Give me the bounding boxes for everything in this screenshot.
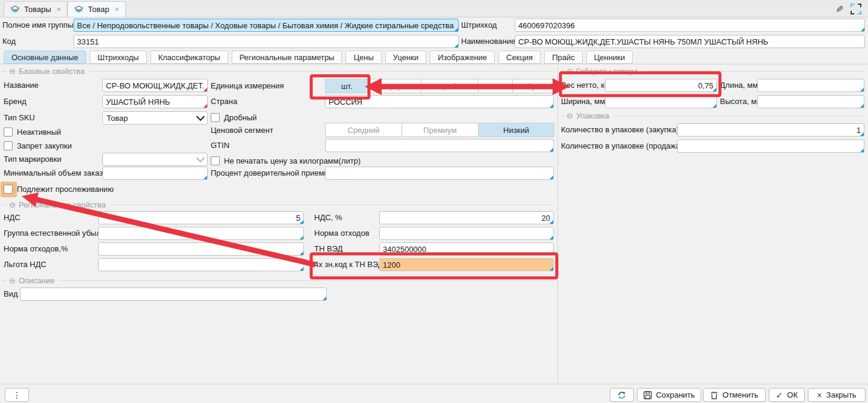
gtin-input[interactable] — [325, 139, 554, 152]
unit-option-kg[interactable]: кг — [478, 79, 513, 93]
collapse-icon[interactable]: ⊖ — [9, 200, 16, 209]
purchase-ban-checkbox-row[interactable]: Запрет закупки — [4, 140, 72, 151]
group-packaging: ⊖ Упаковка — [560, 111, 864, 120]
no-kg-price-checkbox[interactable] — [211, 156, 220, 165]
inactive-label: Неактивный — [17, 128, 61, 137]
trust-percent-input[interactable] — [325, 167, 554, 180]
waste-pct-field — [98, 242, 304, 256]
sku-type-dropdown[interactable]: Товар — [102, 111, 208, 125]
code-input[interactable] — [73, 35, 459, 48]
more-menu-button[interactable]: ⋮ — [5, 388, 29, 402]
gtin-label: GTIN — [211, 139, 229, 152]
ok-button[interactable]: ✓ ОК — [769, 388, 805, 402]
traceable-checkbox-row[interactable]: Подлежит прослеживанию — [4, 183, 114, 194]
waste-pct-input[interactable] — [98, 242, 304, 256]
field-grip-icon — [860, 104, 864, 108]
price-segment-label: Ценовой сегмент — [211, 124, 273, 137]
length-input[interactable] — [757, 79, 864, 92]
collapse-icon[interactable]: ⊖ — [9, 67, 16, 76]
traceable-checkbox[interactable] — [4, 185, 13, 194]
close-button[interactable]: × Закрыть — [808, 388, 866, 402]
height-input[interactable] — [757, 95, 864, 108]
width-input[interactable] — [605, 95, 717, 108]
marking-type-label: Тип маркировки — [4, 153, 61, 166]
tab-pricelist[interactable]: Прайс — [544, 51, 583, 64]
height-label: Высота, мм — [720, 95, 762, 108]
close-tab-icon[interactable]: × — [114, 5, 119, 14]
shrinkage-input[interactable] — [98, 227, 304, 240]
inactive-checkbox[interactable] — [4, 128, 13, 137]
doc-tab-product[interactable]: Товар × — [67, 1, 126, 17]
tab-prices[interactable]: Цены — [346, 51, 381, 64]
field-grip-icon — [454, 28, 458, 31]
qty-sale-input[interactable] — [677, 140, 864, 153]
full-group-name-input[interactable] — [73, 19, 459, 32]
barcode-label: Штрихкод — [461, 19, 497, 32]
qty-purchase-input[interactable] — [677, 123, 864, 137]
fractional-checkbox-row[interactable]: Дробный — [211, 112, 257, 123]
segment-option-premium[interactable]: Премиум — [401, 123, 479, 137]
length-field — [757, 79, 864, 92]
edit-pencil-icon[interactable]: ✎ — [834, 3, 846, 15]
code-label: Код — [2, 35, 16, 48]
net-weight-input[interactable] — [605, 79, 717, 92]
fullscreen-icon[interactable] — [850, 3, 862, 15]
product-name-label: Название — [4, 79, 39, 92]
tnved4-input[interactable] — [379, 258, 554, 271]
field-grip-icon — [203, 104, 207, 108]
unit-option-pcs[interactable]: шт. — [325, 79, 368, 93]
unit-option-bottle[interactable]: бут — [512, 79, 554, 93]
fractional-checkbox[interactable] — [211, 113, 220, 122]
collapse-icon[interactable]: ⊖ — [9, 276, 16, 285]
tnved-input[interactable] — [379, 242, 554, 256]
vat-pct-input[interactable] — [379, 211, 554, 224]
product-name-input[interactable] — [102, 79, 208, 92]
cancel-button[interactable]: Отменить — [703, 388, 766, 402]
chevron-down-icon — [196, 112, 205, 121]
group-description: ⊖ Описание — [2, 275, 554, 285]
tab-markdowns[interactable]: Уценки — [385, 51, 426, 64]
field-grip-icon — [550, 220, 553, 224]
tab-pricetags[interactable]: Ценники — [586, 51, 633, 64]
refresh-icon — [617, 390, 627, 400]
collapse-icon[interactable]: ⊖ — [566, 67, 573, 76]
purchase-ban-checkbox[interactable] — [4, 141, 13, 150]
kind-input[interactable] — [20, 288, 327, 301]
barcode-input[interactable] — [515, 19, 865, 32]
tab-section[interactable]: Секция — [498, 51, 541, 64]
save-button-label: Сохранить — [656, 390, 695, 399]
inactive-checkbox-row[interactable]: Неактивный — [4, 126, 61, 137]
field-grip-icon — [550, 251, 553, 255]
vat-pct-field — [379, 211, 554, 224]
brand-input[interactable] — [102, 95, 208, 108]
field-grip-icon — [861, 28, 864, 31]
marking-type-dropdown[interactable] — [102, 153, 208, 166]
full-group-name-label: Полное имя группы — [2, 19, 73, 32]
cancel-button-label: Отменить — [722, 390, 758, 399]
min-order-input[interactable] — [102, 167, 208, 180]
tab-regional-params[interactable]: Региональные параметры — [232, 51, 343, 64]
segment-option-low[interactable]: Низкий — [478, 123, 554, 137]
doc-tab-products[interactable]: Товары × — [4, 1, 67, 17]
vat-input[interactable] — [98, 211, 304, 224]
refresh-button[interactable] — [610, 388, 634, 402]
vat-benefit-input[interactable] — [98, 258, 304, 271]
collapse-icon[interactable]: ⊖ — [566, 111, 573, 120]
segment-option-medium[interactable]: Средний — [325, 123, 402, 137]
no-kg-price-checkbox-row[interactable]: Не печатать цену за килограмм(литр) — [211, 155, 361, 166]
unit-option-box[interactable]: коробка — [421, 79, 479, 93]
waste-input[interactable] — [379, 227, 554, 240]
tab-classifiers[interactable]: Классификаторы — [150, 51, 228, 64]
tab-image[interactable]: Изображение — [430, 51, 495, 64]
unit-option-portion[interactable]: порция — [368, 79, 421, 93]
shrinkage-label: Группа естественной убыли — [4, 227, 105, 240]
name-input[interactable] — [515, 35, 865, 48]
country-input[interactable] — [325, 95, 554, 108]
close-tab-icon[interactable]: × — [57, 5, 61, 14]
tab-main-data[interactable]: Основные данные — [4, 51, 86, 64]
save-button[interactable]: Сохранить — [637, 388, 701, 402]
tab-barcodes[interactable]: Штрихкоды — [90, 51, 147, 64]
close-icon: × — [817, 390, 822, 400]
close-button-label: Закрыть — [826, 390, 857, 399]
kind-field — [20, 288, 327, 301]
